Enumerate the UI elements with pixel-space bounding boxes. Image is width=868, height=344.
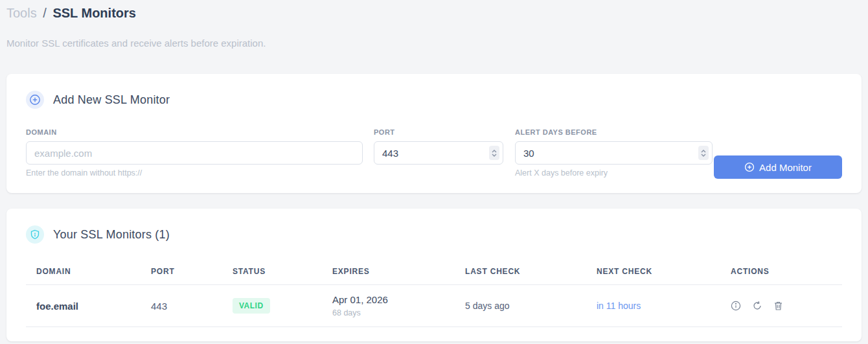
monitors-card-header: Your SSL Monitors (1): [26, 225, 842, 244]
col-header-port: PORT: [151, 267, 233, 276]
alert-days-helper: Alert X days before expiry: [515, 169, 713, 178]
monitor-expires-cell: Apr 01, 2026 68 days: [332, 294, 465, 317]
refresh-icon: [752, 301, 762, 311]
add-monitor-title: Add New SSL Monitor: [53, 93, 170, 107]
shield-icon: [26, 225, 44, 244]
monitor-expires-date: Apr 01, 2026: [332, 294, 465, 305]
info-button[interactable]: [731, 301, 741, 311]
port-label: PORT: [374, 128, 503, 137]
monitor-actions: [731, 301, 842, 311]
monitor-next-check: in 11 hours: [597, 301, 731, 311]
table-row: foe.email 443 VALID Apr 01, 2026 68 days…: [26, 285, 842, 327]
alert-days-input[interactable]: [515, 141, 713, 165]
breadcrumb-section[interactable]: Tools: [6, 6, 37, 20]
col-header-next-check: NEXT CHECK: [597, 267, 731, 276]
add-monitor-card: Add New SSL Monitor DOMAIN Enter the dom…: [6, 74, 862, 193]
add-monitor-form: DOMAIN Enter the domain without https://…: [26, 128, 842, 179]
monitor-domain: foe.email: [36, 301, 151, 312]
add-monitor-card-header: Add New SSL Monitor: [26, 91, 842, 109]
chevron-down-icon: [701, 154, 706, 157]
submit-wrap: Add Monitor: [714, 155, 842, 179]
add-monitor-button[interactable]: Add Monitor: [714, 155, 842, 179]
col-header-status: STATUS: [233, 267, 332, 276]
table-header-row: DOMAIN PORT STATUS EXPIRES LAST CHECK NE…: [26, 267, 842, 285]
monitors-list-card: Your SSL Monitors (1) DOMAIN PORT STATUS…: [6, 209, 862, 341]
monitors-card-title: Your SSL Monitors (1): [53, 228, 170, 242]
refresh-button[interactable]: [752, 301, 762, 311]
col-header-last-check: LAST CHECK: [465, 267, 597, 276]
alert-days-label: ALERT DAYS BEFORE: [515, 128, 713, 137]
alert-days-stepper[interactable]: [698, 146, 709, 160]
monitor-status-cell: VALID: [233, 298, 332, 314]
alert-days-field-group: ALERT DAYS BEFORE Alert X days before ex…: [515, 128, 713, 178]
monitor-last-check: 5 days ago: [465, 301, 597, 311]
info-icon: [731, 301, 741, 311]
port-stepper[interactable]: [489, 146, 499, 160]
plus-circle-icon: [744, 162, 755, 172]
page-subtitle: Monitor SSL certificates and receive ale…: [6, 38, 862, 49]
port-field-group: PORT: [374, 128, 503, 165]
port-input[interactable]: [374, 141, 503, 165]
page-title: SSL Monitors: [52, 6, 136, 20]
breadcrumb-separator: /: [40, 6, 49, 20]
add-monitor-button-label: Add Monitor: [759, 162, 812, 173]
chevron-up-icon: [492, 150, 497, 153]
col-header-actions: ACTIONS: [731, 267, 842, 276]
domain-helper: Enter the domain without https://: [26, 169, 363, 178]
chevron-up-icon: [701, 150, 706, 153]
breadcrumb: Tools / SSL Monitors: [6, 0, 862, 21]
col-header-expires: EXPIRES: [332, 267, 465, 276]
domain-field-group: DOMAIN Enter the domain without https://: [26, 128, 363, 178]
col-header-domain: DOMAIN: [36, 267, 151, 276]
domain-label: DOMAIN: [26, 128, 363, 137]
chevron-down-icon: [492, 154, 497, 157]
monitor-expires-days: 68 days: [332, 308, 465, 317]
monitor-port: 443: [151, 301, 233, 312]
status-badge: VALID: [233, 298, 270, 314]
page: Tools / SSL Monitors Monitor SSL certifi…: [0, 0, 868, 341]
delete-button[interactable]: [773, 301, 783, 311]
monitors-table: DOMAIN PORT STATUS EXPIRES LAST CHECK NE…: [26, 267, 842, 327]
plus-circle-icon: [26, 91, 44, 109]
domain-input[interactable]: [26, 141, 363, 165]
trash-icon: [773, 301, 783, 311]
